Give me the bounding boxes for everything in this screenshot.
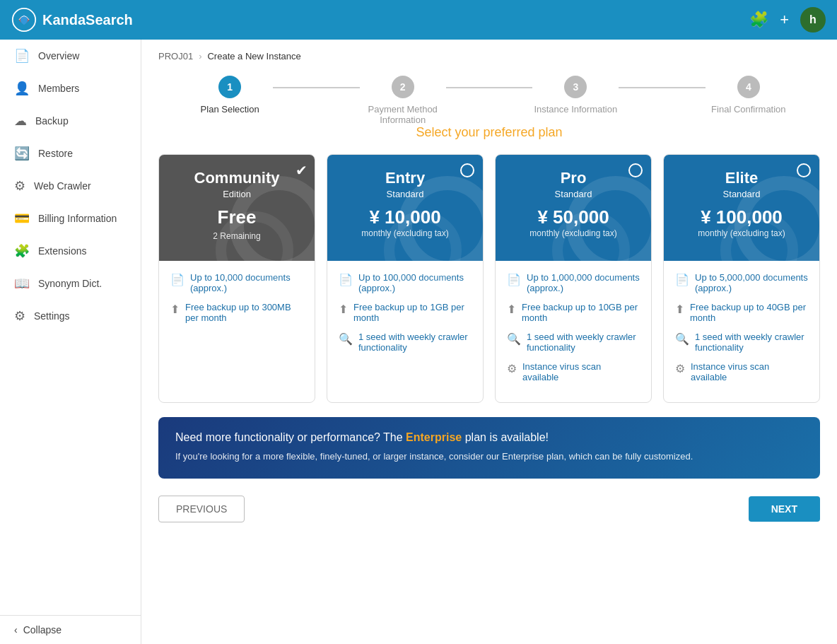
bottom-buttons: PREVIOUS NEXT [158, 496, 820, 522]
plan-radio-entry [460, 163, 474, 177]
plan-header-community: ✔ Community Edition Free 2 Remaining [159, 155, 315, 261]
plan-price-sub-pro: monthly (excluding tax) [529, 228, 616, 238]
plan-header-elite: Elite Standard ¥ 100,000 monthly (exclud… [664, 155, 819, 261]
plan-price-community: Free [218, 206, 257, 228]
sidebar-item-overview[interactable]: 📄 Overview [0, 40, 141, 72]
plan-remaining-community: 2 Remaining [213, 231, 260, 241]
sidebar-item-synonym-dict[interactable]: 📖 Synonym Dict. [0, 267, 141, 300]
step-3-label: Instance Information [534, 104, 617, 115]
user-avatar[interactable]: h [800, 7, 826, 33]
plan-feature-elite-3: ⚙ Instance virus scan available [675, 361, 808, 382]
collapse-chevron-icon: ‹ [14, 624, 18, 636]
plan-feature-community-1: ⬆ Free backup up to 300MB per month [170, 302, 303, 323]
plan-feature-virus-text: Instance virus scan available [691, 361, 808, 382]
add-icon[interactable]: + [780, 11, 789, 29]
plan-name-community: Community [194, 169, 280, 187]
stepper: 1 Plan Selection 2 Payment Method Inform… [158, 76, 820, 125]
sidebar-item-restore[interactable]: 🔄 Restore [0, 137, 141, 170]
plan-card-community[interactable]: ✔ Community Edition Free 2 Remaining 📄 U… [158, 154, 315, 403]
sidebar-item-web-crawler[interactable]: ⚙ Web Crawler [0, 170, 141, 202]
step-2: 2 Payment Method Information [360, 76, 446, 125]
plan-feature-crawler-text: 1 seed with weekly crawler functionality [695, 332, 808, 353]
sidebar-label-settings: Settings [34, 310, 70, 322]
plan-feature-backup-icon: ⬆ [507, 303, 516, 316]
main-content: PROJ01 › Create a New Instance 1 Plan Se… [141, 40, 837, 644]
sidebar-item-billing[interactable]: 💳 Billing Information [0, 202, 141, 235]
collapse-label: Collapse [23, 624, 62, 636]
enterprise-title-post: plan is available! [462, 431, 549, 443]
plan-subtitle-pro: Standard [555, 189, 592, 199]
step-1-circle: 1 [218, 76, 241, 98]
step-2-label: Payment Method Information [361, 104, 445, 125]
plan-feature-backup-text: Free backup up to 1GB per month [353, 302, 472, 323]
plan-feature-pro-2: 🔍 1 seed with weekly crawler functionali… [507, 332, 640, 353]
plan-feature-backup-text: Free backup up to 10GB per month [522, 302, 640, 323]
step-4-circle: 4 [737, 76, 760, 98]
plan-selection-heading: Select your preferred plan [158, 125, 820, 140]
breadcrumb-current: Create a New Instance [207, 51, 300, 62]
plan-feature-elite-1: ⬆ Free backup up to 40GB per month [675, 302, 808, 323]
sidebar-label-billing: Billing Information [38, 213, 117, 224]
breadcrumb-project[interactable]: PROJ01 [158, 51, 193, 62]
sidebar-item-extensions[interactable]: 🧩 Extensions [0, 235, 141, 267]
step-connector-3-4 [619, 87, 705, 88]
enterprise-highlight: Enterprise [406, 431, 462, 443]
enterprise-title-pre: Need more functionality or performance? … [175, 431, 406, 443]
breadcrumb-separator: › [199, 51, 201, 62]
sidebar: 📄 Overview 👤 Members ☁ Backup 🔄 Restore … [0, 40, 141, 644]
next-button[interactable]: NEXT [749, 496, 820, 522]
backup-icon: ☁ [14, 113, 27, 129]
sidebar-label-web-crawler: Web Crawler [34, 180, 91, 192]
step-connector-1-2 [273, 87, 359, 88]
billing-icon: 💳 [14, 211, 30, 226]
plan-feature-backup-icon: ⬆ [170, 303, 180, 316]
plan-heading-highlight: preferred plan [483, 125, 562, 139]
app-name: KandaSearch [42, 12, 133, 28]
sidebar-label-backup: Backup [35, 115, 69, 127]
plan-feature-virus-icon: ⚙ [507, 362, 517, 375]
enterprise-description: If you're looking for a more flexible, f… [175, 450, 803, 464]
members-icon: 👤 [14, 81, 30, 96]
sidebar-item-settings[interactable]: ⚙ Settings [0, 300, 141, 332]
plan-card-pro[interactable]: Pro Standard ¥ 50,000 monthly (excluding… [495, 154, 652, 403]
plan-heading-text: Select your [416, 125, 483, 139]
breadcrumb: PROJ01 › Create a New Instance [158, 51, 820, 62]
top-navigation: KandaSearch 🧩 + h [0, 0, 837, 40]
plan-radio-pro [628, 163, 643, 177]
plan-subtitle-elite: Standard [723, 189, 761, 199]
plan-feature-doc-icon: 📄 [339, 273, 353, 286]
plan-price-pro: ¥ 50,000 [537, 206, 609, 228]
plan-feature-backup-icon: ⬆ [339, 303, 348, 316]
sidebar-label-members: Members [38, 83, 79, 94]
sidebar-label-synonym-dict: Synonym Dict. [38, 278, 102, 289]
plan-price-sub-entry: monthly (excluding tax) [361, 228, 448, 238]
plan-feature-pro-3: ⚙ Instance virus scan available [507, 361, 640, 382]
plan-feature-doc-icon: 📄 [507, 273, 521, 286]
plan-feature-virus-icon: ⚙ [675, 362, 685, 375]
enterprise-title: Need more functionality or performance? … [175, 431, 803, 444]
plan-feature-crawler-icon: 🔍 [675, 332, 689, 346]
sidebar-item-members[interactable]: 👤 Members [0, 72, 141, 105]
plan-card-entry[interactable]: Entry Standard ¥ 10,000 monthly (excludi… [327, 154, 484, 403]
plan-feature-entry-1: ⬆ Free backup up to 1GB per month [339, 302, 472, 323]
logo-area: KandaSearch [11, 7, 133, 33]
plan-feature-backup-text: Free backup up to 40GB per month [690, 302, 808, 323]
step-4: 4 Final Confirmation [706, 76, 792, 115]
plan-feature-virus-text: Instance virus scan available [522, 361, 640, 382]
sidebar-label-overview: Overview [38, 50, 79, 62]
sidebar-label-restore: Restore [38, 148, 73, 159]
sidebar-collapse[interactable]: ‹ Collapse [0, 615, 141, 644]
plan-radio-elite [797, 163, 811, 177]
plan-feature-crawler-icon: 🔍 [339, 332, 353, 346]
web-crawler-icon: ⚙ [14, 178, 25, 194]
puzzle-icon[interactable]: 🧩 [749, 11, 768, 29]
previous-button[interactable]: PREVIOUS [158, 496, 245, 522]
plan-card-elite[interactable]: Elite Standard ¥ 100,000 monthly (exclud… [663, 154, 820, 403]
step-1: 1 Plan Selection [187, 76, 273, 115]
plan-feature-entry-2: 🔍 1 seed with weekly crawler functionali… [339, 332, 472, 353]
plan-subtitle-entry: Standard [387, 189, 424, 199]
sidebar-item-backup[interactable]: ☁ Backup [0, 105, 141, 137]
step-4-label: Final Confirmation [711, 104, 786, 115]
plan-subtitle-community: Edition [223, 189, 251, 199]
plan-header-entry: Entry Standard ¥ 10,000 monthly (excludi… [327, 155, 483, 261]
